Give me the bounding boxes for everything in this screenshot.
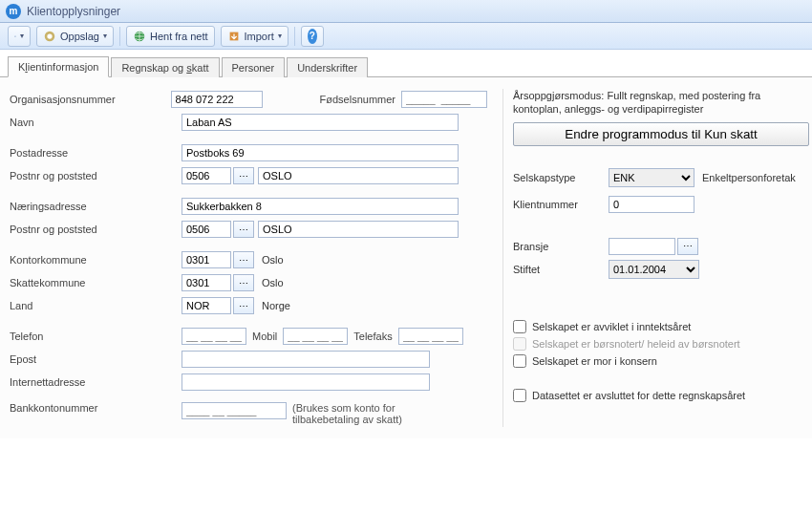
postnr2-input[interactable] [182,221,231,238]
hent-fra-nett-button[interactable]: Hent fra nett [126,26,215,47]
klientnummer-input[interactable] [609,196,694,213]
label-telefaks: Telefaks [353,331,392,342]
label-land: Land [10,300,182,311]
land-code-input[interactable] [182,297,231,314]
tab-underskrifter[interactable]: Underskrifter [287,57,368,77]
hent-label: Hent fra nett [150,31,208,42]
label-bransje: Bransje [513,241,609,252]
endre-programmodus-button[interactable]: Endre programmodus til Kun skatt [513,122,809,146]
window-title: Klientopplysninger [27,5,120,18]
internettadresse-input[interactable] [182,373,430,391]
tab-regnskap-og-skatt[interactable]: Regnskap og skatt [111,57,219,77]
checkbox-avviklet-input[interactable] [513,320,526,333]
label-naeringsadresse: Næringsadresse [10,201,182,212]
help-icon: ? [308,29,317,44]
bransje-input[interactable] [609,238,675,255]
checkbox-avviklet[interactable]: Selskapet er avviklet i inntektsåret [513,320,809,333]
selskapstype-select[interactable]: ENK [609,168,694,187]
bank-note: (Brukes som konto for tilbakebetaling av… [292,402,464,425]
tab-personer[interactable]: Personer [222,57,286,77]
telefaks-input[interactable] [398,328,463,345]
help-button[interactable]: ? [301,26,324,47]
print-button[interactable]: ▾ [8,26,31,47]
toolbar-separator [119,27,120,46]
fodselsnummer-input[interactable] [401,91,487,108]
checkbox-borsnotert: Selskapet er børsnotert/ heleid av børsn… [513,337,809,351]
skattekommune-code-input[interactable] [182,274,231,291]
import-label: Import [245,31,274,42]
tab-klientinformasjon[interactable]: Klientinformasjon [8,56,109,77]
checkbox-mor-konsern[interactable]: Selskapet er mor i konsern [513,354,809,368]
skattekommune-name: Oslo [262,277,284,288]
label-klientnummer: Klientnummer [513,199,609,210]
toolbar: ▾ Oppslag ▾ Hent fra nett Import ▾ ? [0,23,812,50]
mobil-input[interactable] [283,328,348,345]
checkbox-mor-konsern-label: Selskapet er mor i konsern [532,355,657,367]
label-bankkontonummer: Bankkontonummer [10,402,182,414]
checkbox-datasett-avsluttet-label: Datasettet er avsluttet for dette regnsk… [532,390,745,401]
poststed1-input[interactable] [258,167,459,184]
kontorkommune-code-input[interactable] [182,251,231,268]
left-column: Organisasjonsnummer Fødselsnummer Navn P… [10,89,487,427]
label-skattekommune: Skattekommune [10,277,182,288]
label-telefon: Telefon [10,331,182,342]
kontorkommune-lookup[interactable]: ⋯ [233,251,254,268]
svg-point-4 [47,33,52,38]
oppslag-label: Oppslag [60,31,99,42]
right-column: Årsoppgjørsmodus: Fullt regnskap, med po… [502,89,809,427]
app-icon: m [6,4,21,19]
postnr2-lookup[interactable]: ⋯ [233,221,254,238]
label-postnr-1: Postnr og poststed [10,170,182,181]
naeringsadresse-input[interactable] [182,198,459,215]
land-name: Norge [262,300,290,311]
telefon-input[interactable] [182,328,246,345]
oppslag-icon [43,30,56,43]
import-icon [227,30,241,43]
epost-input[interactable] [182,351,430,368]
tab-strip: Klientinformasjon Regnskap og skatt Pers… [0,50,812,77]
label-internettadresse: Internettadresse [10,376,182,388]
import-button[interactable]: Import ▾ [221,26,288,47]
label-fodselsnummer: Fødselsnummer [320,94,395,105]
checkbox-avviklet-label: Selskapet er avviklet i inntektsåret [532,321,691,332]
globe-icon [133,30,146,43]
arsoppgjorsmodus-text: Årsoppgjørsmodus: Fullt regnskap, med po… [513,89,809,117]
checkbox-datasett-avsluttet[interactable]: Datasettet er avsluttet for dette regnsk… [513,389,809,402]
checkbox-borsnotert-input [513,337,526,351]
label-orgnr: Organisasjonsnummer [10,94,171,105]
label-epost: Epost [10,353,182,365]
bransje-lookup[interactable]: ⋯ [677,238,698,255]
stiftet-select[interactable]: 01.01.2004 [609,260,699,279]
label-kontorkommune: Kontorkommune [10,254,182,266]
label-postadresse: Postadresse [10,147,182,159]
title-bar: m Klientopplysninger [0,0,812,23]
skattekommune-lookup[interactable]: ⋯ [233,274,254,291]
navn-input[interactable] [182,114,459,131]
oppslag-button[interactable]: Oppslag ▾ [36,26,114,47]
postadresse-input[interactable] [182,144,459,161]
label-mobil: Mobil [252,331,277,342]
label-selskapstype: Selskapstype [513,172,609,183]
label-stiftet: Stiftet [513,264,609,275]
print-icon [14,30,16,43]
label-navn: Navn [10,117,182,128]
kontorkommune-name: Oslo [262,254,284,266]
checkbox-mor-konsern-input[interactable] [513,354,526,368]
toolbar-separator [294,27,295,46]
bankkontonummer-input[interactable] [182,402,287,419]
checkbox-datasett-avsluttet-input[interactable] [513,389,526,402]
content-area: Organisasjonsnummer Fødselsnummer Navn P… [0,77,812,438]
orgnr-input[interactable] [171,91,263,108]
postnr1-input[interactable] [182,167,231,184]
postnr1-lookup[interactable]: ⋯ [233,167,254,184]
poststed2-input[interactable] [258,221,459,238]
checkbox-borsnotert-label: Selskapet er børsnotert/ heleid av børsn… [532,338,740,350]
land-lookup[interactable]: ⋯ [233,297,254,314]
selskapstype-desc: Enkeltpersonforetak [702,172,796,183]
label-postnr-2: Postnr og poststed [10,224,182,235]
